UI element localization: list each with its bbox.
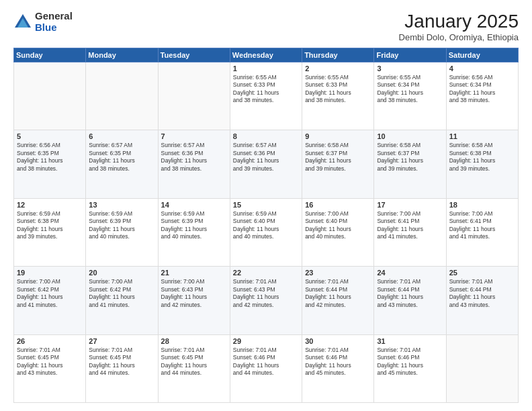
day-info: Sunrise: 6:55 AM Sunset: 6:33 PM Dayligh… — [305, 74, 371, 105]
day-number: 5 — [17, 132, 83, 140]
day-info: Sunrise: 7:01 AM Sunset: 6:43 PM Dayligh… — [233, 278, 299, 309]
logo-icon — [13, 13, 32, 32]
calendar-cell: 29Sunrise: 7:01 AM Sunset: 6:46 PM Dayli… — [230, 334, 302, 402]
calendar-cell: 26Sunrise: 7:01 AM Sunset: 6:45 PM Dayli… — [14, 334, 86, 402]
day-info: Sunrise: 7:00 AM Sunset: 6:41 PM Dayligh… — [377, 210, 443, 241]
calendar-cell: 11Sunrise: 6:58 AM Sunset: 6:38 PM Dayli… — [446, 130, 518, 198]
calendar-cell: 23Sunrise: 7:01 AM Sunset: 6:44 PM Dayli… — [302, 267, 374, 334]
calendar-cell: 30Sunrise: 7:01 AM Sunset: 6:46 PM Dayli… — [302, 334, 374, 402]
day-number: 17 — [377, 201, 443, 209]
day-info: Sunrise: 6:57 AM Sunset: 6:35 PM Dayligh… — [89, 142, 154, 173]
week-row-3: 19Sunrise: 7:00 AM Sunset: 6:42 PM Dayli… — [14, 267, 519, 334]
day-number: 1 — [233, 64, 299, 73]
calendar-table: SundayMondayTuesdayWednesdayThursdayFrid… — [13, 48, 519, 403]
weekday-header-sunday: Sunday — [14, 48, 86, 62]
calendar-cell: 20Sunrise: 7:00 AM Sunset: 6:42 PM Dayli… — [86, 267, 158, 334]
day-info: Sunrise: 7:00 AM Sunset: 6:43 PM Dayligh… — [161, 278, 227, 309]
calendar-cell: 16Sunrise: 7:00 AM Sunset: 6:40 PM Dayli… — [302, 198, 374, 266]
calendar-cell: 2Sunrise: 6:55 AM Sunset: 6:33 PM Daylig… — [302, 62, 374, 130]
day-number: 22 — [233, 269, 299, 277]
day-info: Sunrise: 6:56 AM Sunset: 6:34 PM Dayligh… — [449, 74, 515, 105]
week-row-0: 1Sunrise: 6:55 AM Sunset: 6:33 PM Daylig… — [14, 62, 519, 130]
day-number: 24 — [377, 269, 443, 277]
weekday-header-thursday: Thursday — [302, 48, 374, 62]
day-number: 28 — [161, 337, 227, 345]
weekday-header-saturday: Saturday — [446, 48, 518, 62]
weekday-header-wednesday: Wednesday — [230, 48, 302, 62]
weekday-header-tuesday: Tuesday — [158, 48, 230, 62]
logo-blue: Blue — [35, 22, 73, 34]
calendar-cell: 17Sunrise: 7:00 AM Sunset: 6:41 PM Dayli… — [374, 198, 446, 266]
calendar-cell: 25Sunrise: 7:01 AM Sunset: 6:44 PM Dayli… — [446, 267, 518, 334]
day-number: 9 — [305, 132, 371, 140]
calendar-cell: 24Sunrise: 7:01 AM Sunset: 6:44 PM Dayli… — [374, 267, 446, 334]
day-info: Sunrise: 6:59 AM Sunset: 6:39 PM Dayligh… — [89, 210, 154, 241]
calendar-cell: 5Sunrise: 6:56 AM Sunset: 6:35 PM Daylig… — [14, 130, 86, 198]
day-info: Sunrise: 6:58 AM Sunset: 6:38 PM Dayligh… — [449, 142, 515, 173]
calendar-cell — [14, 62, 86, 130]
day-info: Sunrise: 7:01 AM Sunset: 6:44 PM Dayligh… — [377, 278, 443, 309]
day-number: 14 — [161, 201, 227, 209]
day-info: Sunrise: 6:56 AM Sunset: 6:35 PM Dayligh… — [17, 142, 83, 173]
day-number: 3 — [377, 64, 443, 73]
day-info: Sunrise: 6:57 AM Sunset: 6:36 PM Dayligh… — [233, 142, 299, 173]
calendar-cell — [86, 62, 158, 130]
calendar-cell — [158, 62, 230, 130]
calendar-cell — [446, 334, 518, 402]
calendar-cell: 9Sunrise: 6:58 AM Sunset: 6:37 PM Daylig… — [302, 130, 374, 198]
day-number: 11 — [449, 132, 515, 140]
day-info: Sunrise: 7:00 AM Sunset: 6:42 PM Dayligh… — [89, 278, 154, 309]
calendar-cell: 10Sunrise: 6:58 AM Sunset: 6:37 PM Dayli… — [374, 130, 446, 198]
day-number: 10 — [377, 132, 443, 140]
title-section: January 2025 Dembi Dolo, Oromiya, Ethiop… — [399, 11, 519, 42]
day-info: Sunrise: 7:01 AM Sunset: 6:46 PM Dayligh… — [233, 347, 299, 377]
day-info: Sunrise: 6:59 AM Sunset: 6:39 PM Dayligh… — [161, 210, 227, 241]
calendar-body: 1Sunrise: 6:55 AM Sunset: 6:33 PM Daylig… — [14, 62, 519, 403]
day-info: Sunrise: 7:01 AM Sunset: 6:44 PM Dayligh… — [305, 278, 371, 309]
day-number: 19 — [17, 269, 83, 277]
day-info: Sunrise: 7:01 AM Sunset: 6:46 PM Dayligh… — [377, 347, 443, 377]
day-number: 2 — [305, 64, 371, 73]
day-number: 23 — [305, 269, 371, 277]
day-number: 21 — [161, 269, 227, 277]
month-title: January 2025 — [399, 11, 519, 32]
day-info: Sunrise: 6:59 AM Sunset: 6:40 PM Dayligh… — [233, 210, 299, 241]
calendar-cell: 12Sunrise: 6:59 AM Sunset: 6:38 PM Dayli… — [14, 198, 86, 266]
day-number: 7 — [161, 132, 227, 140]
day-info: Sunrise: 7:01 AM Sunset: 6:46 PM Dayligh… — [305, 347, 371, 377]
weekday-header-monday: Monday — [86, 48, 158, 62]
calendar-cell: 21Sunrise: 7:00 AM Sunset: 6:43 PM Dayli… — [158, 267, 230, 334]
day-info: Sunrise: 6:58 AM Sunset: 6:37 PM Dayligh… — [377, 142, 443, 173]
calendar-cell: 6Sunrise: 6:57 AM Sunset: 6:35 PM Daylig… — [86, 130, 158, 198]
calendar-cell: 8Sunrise: 6:57 AM Sunset: 6:36 PM Daylig… — [230, 130, 302, 198]
logo-text: General Blue — [35, 11, 73, 33]
calendar-cell: 13Sunrise: 6:59 AM Sunset: 6:39 PM Dayli… — [86, 198, 158, 266]
day-number: 15 — [233, 201, 299, 209]
calendar-cell: 3Sunrise: 6:55 AM Sunset: 6:34 PM Daylig… — [374, 62, 446, 130]
week-row-1: 5Sunrise: 6:56 AM Sunset: 6:35 PM Daylig… — [14, 130, 519, 198]
calendar-cell: 4Sunrise: 6:56 AM Sunset: 6:34 PM Daylig… — [446, 62, 518, 130]
day-info: Sunrise: 7:01 AM Sunset: 6:45 PM Dayligh… — [161, 347, 227, 377]
day-number: 16 — [305, 201, 371, 209]
day-info: Sunrise: 7:00 AM Sunset: 6:40 PM Dayligh… — [305, 210, 371, 241]
week-row-4: 26Sunrise: 7:01 AM Sunset: 6:45 PM Dayli… — [14, 334, 519, 402]
location-subtitle: Dembi Dolo, Oromiya, Ethiopia — [399, 32, 519, 42]
day-number: 31 — [377, 337, 443, 345]
day-info: Sunrise: 7:01 AM Sunset: 6:45 PM Dayligh… — [89, 347, 154, 377]
calendar-cell: 18Sunrise: 7:00 AM Sunset: 6:41 PM Dayli… — [446, 198, 518, 266]
day-info: Sunrise: 6:59 AM Sunset: 6:38 PM Dayligh… — [17, 210, 83, 241]
day-info: Sunrise: 7:00 AM Sunset: 6:41 PM Dayligh… — [449, 210, 515, 241]
day-number: 8 — [233, 132, 299, 140]
day-info: Sunrise: 7:01 AM Sunset: 6:44 PM Dayligh… — [449, 278, 515, 309]
day-number: 20 — [89, 269, 154, 277]
calendar-cell: 15Sunrise: 6:59 AM Sunset: 6:40 PM Dayli… — [230, 198, 302, 266]
day-number: 12 — [17, 201, 83, 209]
calendar-header: SundayMondayTuesdayWednesdayThursdayFrid… — [14, 48, 519, 62]
day-number: 30 — [305, 337, 371, 345]
calendar-cell: 19Sunrise: 7:00 AM Sunset: 6:42 PM Dayli… — [14, 267, 86, 334]
header: General Blue January 2025 Dembi Dolo, Or… — [13, 11, 519, 42]
day-info: Sunrise: 7:01 AM Sunset: 6:45 PM Dayligh… — [17, 347, 83, 377]
day-info: Sunrise: 6:58 AM Sunset: 6:37 PM Dayligh… — [305, 142, 371, 173]
week-row-2: 12Sunrise: 6:59 AM Sunset: 6:38 PM Dayli… — [14, 198, 519, 266]
day-info: Sunrise: 6:55 AM Sunset: 6:33 PM Dayligh… — [233, 74, 299, 105]
